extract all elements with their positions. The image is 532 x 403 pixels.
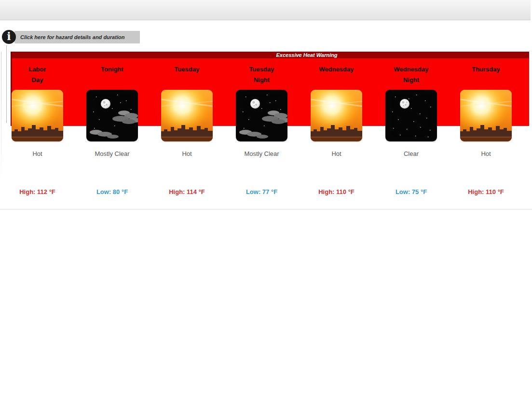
forecast-column: Wednesday Hot High: 110 <box>299 58 374 90</box>
hot-day-icon[interactable] <box>161 90 213 141</box>
day-label-line1: Thursday <box>449 64 523 75</box>
condition-text: Hot <box>299 150 374 157</box>
day-label: Wednesday <box>299 58 374 90</box>
condition-text: Hot <box>0 150 75 157</box>
temp-text: Low: 77 °F <box>224 188 299 195</box>
day-label-line1: Labor <box>0 64 75 75</box>
top-header-bar <box>0 0 531 20</box>
condition-text: Mostly Clear <box>224 150 299 157</box>
forecast-column: Tuesday Hot High: 114 ° <box>150 58 224 90</box>
mostly-clear-night-icon[interactable] <box>236 90 287 141</box>
temp-text: Low: 75 °F <box>374 188 449 195</box>
mostly-clear-night-icon[interactable] <box>86 90 138 141</box>
day-label-line2: Day <box>0 75 75 85</box>
temp-text: High: 112 °F <box>0 188 75 195</box>
forecast-column: Tonight <box>75 58 150 90</box>
day-label-line1: Tuesday <box>224 64 299 75</box>
forecast-column: Labor Day Hot High: 112 <box>0 58 75 90</box>
day-label: Labor Day <box>0 58 75 90</box>
day-label: Tonight <box>75 58 150 90</box>
day-label-line1: Wednesday <box>374 64 449 75</box>
temp-text: Low: 80 °F <box>75 188 150 195</box>
temp-text: High: 110 °F <box>299 188 374 195</box>
hot-day-icon[interactable] <box>12 90 63 141</box>
day-label: Wednesday Night <box>374 58 449 90</box>
condition-text: Hot <box>150 150 224 157</box>
day-label-line2: Night <box>224 75 299 85</box>
day-label-line1: Wednesday <box>299 64 374 75</box>
condition-text: Mostly Clear <box>75 150 150 157</box>
day-label: Tuesday <box>150 58 224 90</box>
excessive-heat-warning-banner[interactable]: Excessive Heat Warning <box>11 52 529 58</box>
day-label: Tuesday Night <box>224 58 299 90</box>
hot-day-icon[interactable] <box>460 90 512 141</box>
hot-day-icon[interactable] <box>311 90 362 141</box>
info-icon[interactable]: i <box>2 30 16 44</box>
forecast-columns: Labor Day Hot High: 112 <box>0 58 532 203</box>
bottom-divider-line <box>0 209 532 209</box>
hazard-details-link[interactable]: Click here for hazard details and durati… <box>14 31 140 43</box>
clear-night-icon[interactable] <box>385 90 437 141</box>
day-label-line1: Tuesday <box>150 64 224 75</box>
forecast-column: Wednesday Night Cle <box>374 58 449 90</box>
day-label-line2: Night <box>374 75 449 85</box>
day-label: Thursday <box>449 58 523 90</box>
forecast-column: Thursday Hot High: 110 <box>449 58 523 90</box>
condition-text: Hot <box>449 150 523 157</box>
temp-text: High: 114 °F <box>150 188 224 195</box>
temp-text: High: 110 °F <box>449 188 523 195</box>
condition-text: Clear <box>374 150 449 157</box>
forecast-column: Tuesday Night <box>224 58 299 90</box>
day-label-line1: Tonight <box>75 64 150 75</box>
